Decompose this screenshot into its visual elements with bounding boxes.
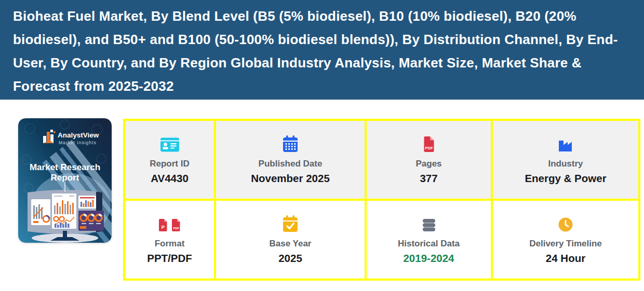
pdf-file-icon: PDF — [422, 135, 436, 153]
calendar-icon — [283, 135, 298, 153]
card-value: 24 Hour — [546, 252, 585, 265]
card-label: Industry — [548, 159, 583, 169]
card-value: 377 — [420, 172, 437, 185]
card-label: Historical Data — [398, 239, 460, 249]
brand-tagline: Market Insights — [59, 140, 97, 145]
svg-text:PDF: PDF — [425, 146, 433, 150]
report-cover-thumbnail: AnalystView Market Insights Market Resea… — [18, 118, 112, 243]
card-label: Base Year — [270, 239, 312, 249]
database-icon — [421, 215, 437, 232]
svg-text:P: P — [162, 224, 165, 230]
card-delivery-timeline: Delivery Timeline 24 Hour — [493, 201, 638, 279]
card-published-date: Published Date November 2025 — [216, 121, 365, 199]
report-meta-grid: Report ID AV4430 Published Date November… — [123, 119, 640, 281]
page-title: Bioheat Fuel Market, By Blend Level (B5 … — [13, 5, 637, 98]
cover-title-line1: Market Research — [30, 162, 100, 172]
report-cover-art: AnalystView Market Insights Market Resea… — [18, 118, 112, 243]
card-industry: Industry Energy & Power — [493, 121, 638, 199]
svg-text:PDF: PDF — [173, 227, 179, 230]
card-label: Published Date — [259, 159, 323, 169]
clock-icon — [558, 215, 573, 232]
cover-title-line2: Report — [51, 173, 79, 183]
id-card-icon — [160, 135, 180, 153]
calendar-check-icon — [283, 215, 298, 232]
card-label: Format — [155, 239, 185, 249]
page-title-banner: Bioheat Fuel Market, By Blend Level (B5 … — [0, 0, 644, 100]
card-report-id: Report ID AV4430 — [125, 121, 214, 199]
brand-name: AnalystView — [58, 131, 99, 139]
card-pages: PDF Pages 377 — [367, 121, 491, 199]
card-format: P PDF Format PPT/PDF — [125, 201, 214, 279]
card-label: Delivery Timeline — [529, 239, 602, 249]
card-historical-data: Historical Data 2019-2024 — [367, 201, 491, 279]
factory-icon — [557, 135, 574, 153]
card-value: November 2025 — [251, 172, 330, 185]
card-value: 2019-2024 — [403, 252, 454, 265]
card-value: 2025 — [278, 252, 302, 265]
ppt-pdf-file-icons: P PDF — [158, 215, 181, 232]
card-value: PPT/PDF — [147, 252, 192, 265]
card-label: Pages — [415, 159, 441, 169]
card-base-year: Base Year 2025 — [216, 201, 365, 279]
card-value: AV4430 — [151, 172, 189, 185]
card-label: Report ID — [150, 159, 190, 169]
card-value: Energy & Power — [525, 172, 606, 185]
